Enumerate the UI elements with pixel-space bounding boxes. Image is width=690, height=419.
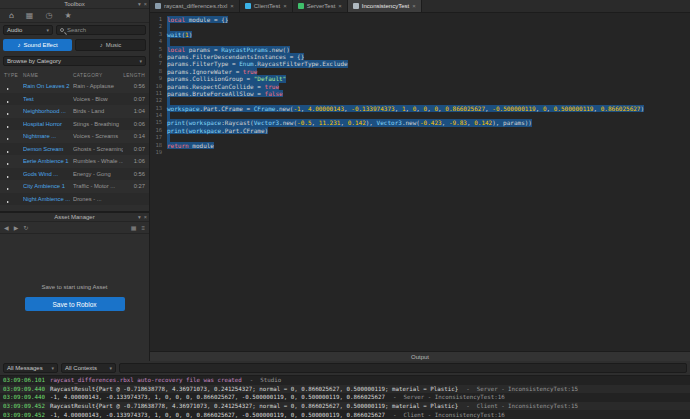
message-text: raycast_differences.rbxl auto-recovery f…: [50, 377, 242, 383]
save-to-roblox-button[interactable]: Save to Roblox: [25, 297, 125, 311]
output-filter-input[interactable]: [119, 363, 687, 373]
code-line: 14: [150, 112, 690, 119]
music-button[interactable]: Music: [75, 39, 146, 51]
output-message: 03:09:09.452 -1, 4.00000143, -0.13397437…: [0, 410, 690, 419]
audio-length: 0:07: [123, 146, 145, 152]
message-context[interactable]: - Client - InconsistencyTest:15: [466, 403, 578, 409]
recent-icon[interactable]: [45, 9, 52, 23]
audio-name[interactable]: Test: [23, 96, 73, 102]
audio-name[interactable]: Rain On Leaves 2: [23, 83, 73, 89]
chevron-down-icon: [139, 58, 142, 64]
panel-menu-icon[interactable]: [138, 213, 141, 222]
line-number: 16: [150, 127, 167, 134]
audio-length: 0:06: [123, 121, 145, 127]
sound-effect-button[interactable]: Sound Effect: [3, 39, 72, 51]
audio-name[interactable]: Nightmare ...: [23, 133, 73, 139]
audio-list-item[interactable]: Night Ambience ... Drones - ...: [0, 193, 149, 206]
asset-type-dropdown[interactable]: Audio: [3, 25, 53, 35]
close-tab-icon[interactable]: [230, 3, 234, 9]
line-number: 9: [150, 75, 167, 82]
left-dock: Toolbox Audio: [0, 0, 150, 361]
audio-name[interactable]: Neighborhood ...: [23, 108, 73, 114]
editor-tab[interactable]: InconsistencyTest: [348, 0, 422, 12]
audio-name[interactable]: Demon Scream: [23, 146, 73, 152]
line-number: 13: [150, 105, 167, 112]
code-editor[interactable]: 1local module = {}23wait(1)45local param…: [150, 13, 690, 351]
line-number: 7: [150, 60, 167, 67]
audio-category: Ghosts - Screaming: [73, 146, 123, 152]
refresh-icon[interactable]: [23, 224, 28, 231]
audio-name[interactable]: Eerie Ambience 1: [23, 158, 73, 164]
toolbox-search-input[interactable]: [67, 27, 142, 33]
search-icon: [60, 28, 64, 32]
code-line: 7params.FilterType = Enum.RaycastFilterT…: [150, 60, 690, 67]
audio-name[interactable]: Gods Wind ...: [23, 171, 73, 177]
audio-length: 0:56: [123, 83, 145, 89]
line-number: 4: [150, 38, 167, 45]
audio-list-item[interactable]: Hospital Horror Stings - Breathing 0:06: [0, 118, 149, 131]
code-text: local params = RaycastParams.new(): [167, 46, 290, 53]
audio-name[interactable]: City Ambience 1: [23, 183, 73, 189]
editor-tab[interactable]: raycast_differences.rbxl: [150, 0, 240, 12]
message-text: RaycastResult{Part @ -0.718638778, 4.369…: [50, 386, 458, 392]
music-note-icon: [100, 42, 103, 48]
message-context[interactable]: - Client - InconsistencyTest:16: [393, 412, 505, 418]
audio-list-item[interactable]: Gods Wind ... Energy - Gong 0:56: [0, 168, 149, 181]
code-text: workspace.Part.CFrame = CFrame.new(-1, 4…: [167, 105, 644, 112]
code-text: params.FilterType = Enum.RaycastFilterTy…: [167, 60, 348, 67]
output-title: Output: [150, 354, 690, 360]
grid-view-icon[interactable]: [131, 224, 137, 231]
list-view-icon[interactable]: [141, 225, 145, 231]
code-line: 1local module = {}: [150, 16, 690, 23]
script-icon: [155, 3, 161, 9]
asset-manager-body: Save to start using Asset Save to Roblox: [0, 234, 149, 361]
code-text: local module = {}: [167, 16, 228, 23]
toolbox-panel: Toolbox Audio: [0, 0, 149, 213]
close-tab-icon[interactable]: [283, 3, 287, 9]
audio-list-item[interactable]: Nightmare ... Voices - Screams 0:14: [0, 130, 149, 143]
inventory-icon[interactable]: [26, 9, 34, 23]
close-panel-icon[interactable]: [144, 0, 147, 9]
editor-tab[interactable]: ClientTest: [240, 0, 293, 12]
editor-tab[interactable]: ServerTest: [293, 0, 348, 12]
creations-icon[interactable]: [64, 9, 71, 23]
context-filter-dropdown[interactable]: All Contexts: [61, 363, 116, 373]
line-number: 12: [150, 97, 167, 104]
marketplace-icon[interactable]: [9, 9, 14, 23]
forward-icon[interactable]: [14, 224, 19, 231]
message-context[interactable]: - Studio: [250, 377, 281, 383]
audio-list-item[interactable]: Rain On Leaves 2 Rain - Applause 0:56: [0, 80, 149, 93]
back-icon[interactable]: [4, 224, 9, 231]
message-filter-dropdown[interactable]: All Messages: [3, 363, 58, 373]
code-line: 19: [150, 149, 690, 156]
editor-tab-label: ClientTest: [254, 3, 280, 9]
audio-list-item[interactable]: City Ambience 1 Traffic - Motor ... 0:27: [0, 180, 149, 193]
audio-length: 1:04: [123, 108, 145, 114]
audio-list-item[interactable]: Neighborhood ... Birds - Land 1:04: [0, 105, 149, 118]
script-icon: [245, 3, 251, 9]
panel-menu-icon[interactable]: [138, 0, 141, 9]
browse-category-dropdown[interactable]: Browse by Category: [3, 56, 146, 66]
output-messages: 03:09:06.101 raycast_differences.rbxl au…: [0, 376, 690, 419]
line-number: 1: [150, 16, 167, 23]
message-timestamp: 03:09:09.452: [3, 412, 45, 418]
code-text: return module: [167, 142, 214, 149]
toolbox-search-box[interactable]: [56, 25, 146, 35]
close-tab-icon[interactable]: [338, 3, 342, 9]
close-panel-icon[interactable]: [144, 213, 147, 222]
code-line: 10params.RespectCanCollide = true: [150, 83, 690, 90]
message-context[interactable]: - Server - InconsistencyTest:15: [466, 386, 578, 392]
message-context[interactable]: - Server - InconsistencyTest:16: [393, 394, 505, 400]
audio-list-item[interactable]: Test Voices - Blow 0:07: [0, 93, 149, 106]
audio-length: 0:27: [123, 183, 145, 189]
code-text: [167, 97, 170, 104]
audio-list-item[interactable]: Demon Scream Ghosts - Screaming 0:07: [0, 143, 149, 156]
audio-table-body: Rain On Leaves 2 Rain - Applause 0:56 Te…: [0, 80, 149, 211]
audio-name[interactable]: Hospital Horror: [23, 121, 73, 127]
audio-name[interactable]: Night Ambience ...: [23, 196, 73, 202]
audio-category: Rumbles - Whale ...: [73, 158, 123, 164]
close-tab-icon[interactable]: [412, 3, 416, 9]
audio-list-item[interactable]: Eerie Ambience 1 Rumbles - Whale ... 1:0…: [0, 155, 149, 168]
code-text: [167, 134, 170, 141]
audio-category: Traffic - Motor ...: [73, 183, 123, 189]
